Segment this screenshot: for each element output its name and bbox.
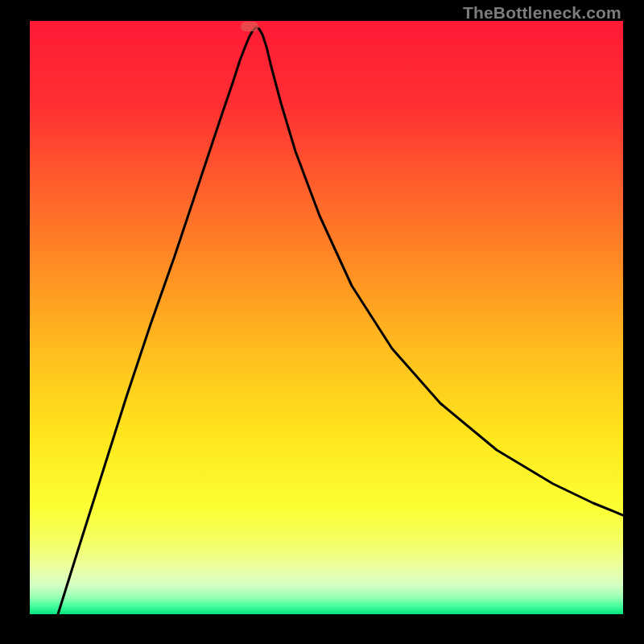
- optimum-marker: [241, 22, 258, 31]
- curve-layer: [30, 21, 623, 614]
- plot-area: [30, 21, 623, 614]
- watermark-text: TheBottleneck.com: [463, 3, 621, 23]
- chart-frame: TheBottleneck.com: [0, 0, 644, 644]
- bottleneck-curve: [58, 27, 623, 614]
